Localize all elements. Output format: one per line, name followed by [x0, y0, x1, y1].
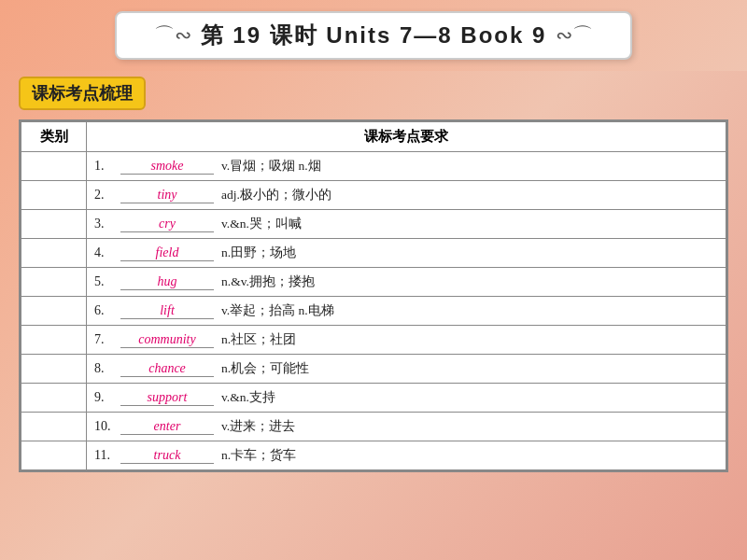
word-text: field	[152, 245, 183, 259]
table-row: 10.enterv.进来；进去	[21, 413, 726, 441]
vocab-row-inner: 7.communityn.社区；社团	[87, 326, 726, 354]
table-row: 11.truckn.卡车；货车	[21, 441, 726, 470]
word-definition: v.&n.支持	[221, 389, 275, 407]
row-number: 4.	[94, 245, 120, 260]
row-number: 10.	[94, 419, 120, 434]
vocab-row-inner: 2.tinyadj.极小的；微小的	[87, 181, 726, 209]
row-number: 8.	[94, 361, 120, 376]
vocab-row-inner: 6.liftv.举起；抬高 n.电梯	[87, 297, 726, 325]
word-blank: support	[120, 390, 214, 406]
category-cell	[21, 268, 87, 297]
table-row: 3.cryv.&n.哭；叫喊	[21, 210, 726, 239]
vocab-row-inner: 3.cryv.&n.哭；叫喊	[87, 210, 726, 238]
content-cell: 10.enterv.进来；进去	[87, 413, 726, 441]
word-text: lift	[156, 303, 178, 317]
word-blank: enter	[120, 419, 214, 435]
header: ⌒∾ 第 19 课时 Units 7—8 Book 9 ∾⌒	[0, 0, 747, 71]
category-cell	[21, 297, 87, 326]
category-cell	[21, 210, 87, 239]
table-row: 7.communityn.社区；社团	[21, 326, 726, 355]
vocab-row-inner: 8.chancen.机会；可能性	[87, 355, 726, 383]
table-row: 9.supportv.&n.支持	[21, 384, 726, 413]
header-title: 第 19 课时 Units 7—8 Book 9	[201, 21, 547, 50]
word-blank: lift	[120, 303, 214, 319]
col1-header: 类别	[21, 122, 87, 152]
section-label-wrapper: 课标考点梳理	[0, 71, 747, 119]
header-box: ⌒∾ 第 19 课时 Units 7—8 Book 9 ∾⌒	[115, 11, 633, 60]
content-cell: 8.chancen.机会；可能性	[87, 355, 726, 384]
row-number: 11.	[94, 448, 120, 463]
word-text: enter	[150, 419, 185, 433]
word-definition: n.社区；社团	[221, 331, 296, 349]
word-blank: truck	[120, 448, 214, 464]
word-text: chance	[145, 361, 190, 375]
word-definition: v.冒烟；吸烟 n.烟	[221, 158, 321, 175]
category-cell	[21, 355, 87, 384]
table-row: 5.hugn.&v.拥抱；搂抱	[21, 268, 726, 297]
content-cell: 9.supportv.&n.支持	[87, 384, 726, 413]
content-cell: 3.cryv.&n.哭；叫喊	[87, 210, 726, 239]
word-text: hug	[154, 274, 181, 288]
word-definition: n.&v.拥抱；搂抱	[221, 273, 315, 291]
table-row: 4.fieldn.田野；场地	[21, 239, 726, 268]
word-blank: hug	[120, 274, 214, 290]
table-row: 2.tinyadj.极小的；微小的	[21, 181, 726, 210]
row-number: 6.	[94, 303, 120, 318]
vocab-row-inner: 5.hugn.&v.拥抱；搂抱	[87, 268, 726, 296]
word-definition: n.卡车；货车	[221, 447, 296, 465]
word-definition: adj.极小的；微小的	[221, 187, 331, 204]
vocab-table: 类别 课标考点要求 1.smokev.冒烟；吸烟 n.烟2.tinyadj.极小…	[21, 121, 726, 470]
row-number: 2.	[94, 188, 120, 203]
vocab-row-inner: 11.truckn.卡车；货车	[87, 441, 726, 469]
word-blank: chance	[120, 361, 214, 377]
category-cell	[21, 239, 87, 268]
word-text: smoke	[148, 159, 188, 173]
content-cell: 2.tinyadj.极小的；微小的	[87, 181, 726, 210]
row-number: 5.	[94, 274, 120, 289]
word-definition: v.举起；抬高 n.电梯	[221, 302, 334, 320]
table-row: 6.liftv.举起；抬高 n.电梯	[21, 297, 726, 326]
decoration-right: ∾⌒	[556, 21, 593, 49]
category-cell	[21, 152, 87, 181]
row-number: 1.	[94, 159, 120, 174]
word-blank: field	[120, 245, 214, 261]
decoration-left: ⌒∾	[154, 21, 191, 49]
content-cell: 4.fieldn.田野；场地	[87, 239, 726, 268]
word-blank: tiny	[120, 188, 214, 203]
category-cell	[21, 181, 87, 210]
category-cell	[21, 413, 87, 441]
word-definition: v.&n.哭；叫喊	[221, 216, 302, 233]
word-text: community	[134, 332, 199, 346]
section-label: 课标考点梳理	[19, 77, 146, 110]
word-text: support	[144, 390, 191, 404]
row-number: 7.	[94, 332, 120, 347]
category-cell	[21, 326, 87, 355]
vocab-row-inner: 9.supportv.&n.支持	[87, 384, 726, 412]
vocab-row-inner: 1.smokev.冒烟；吸烟 n.烟	[87, 152, 726, 180]
word-text: tiny	[154, 188, 181, 202]
word-blank: cry	[120, 217, 214, 232]
content-cell: 1.smokev.冒烟；吸烟 n.烟	[87, 152, 726, 181]
main-table-container: 类别 课标考点要求 1.smokev.冒烟；吸烟 n.烟2.tinyadj.极小…	[19, 119, 728, 472]
word-blank: smoke	[120, 159, 214, 175]
category-cell	[21, 441, 87, 470]
category-cell	[21, 384, 87, 413]
word-definition: n.机会；可能性	[221, 360, 309, 378]
word-text: cry	[155, 217, 179, 231]
col2-header: 课标考点要求	[87, 122, 726, 152]
table-row: 8.chancen.机会；可能性	[21, 355, 726, 384]
row-number: 9.	[94, 390, 120, 405]
word-blank: community	[120, 332, 214, 348]
content-cell: 11.truckn.卡车；货车	[87, 441, 726, 470]
content-cell: 7.communityn.社区；社团	[87, 326, 726, 355]
word-definition: v.进来；进去	[221, 418, 295, 436]
content-cell: 6.liftv.举起；抬高 n.电梯	[87, 297, 726, 326]
row-number: 3.	[94, 217, 120, 231]
table-row: 1.smokev.冒烟；吸烟 n.烟	[21, 152, 726, 181]
vocab-row-inner: 4.fieldn.田野；场地	[87, 239, 726, 267]
word-text: truck	[150, 448, 185, 462]
vocab-row-inner: 10.enterv.进来；进去	[87, 413, 726, 441]
content-cell: 5.hugn.&v.拥抱；搂抱	[87, 268, 726, 297]
word-definition: n.田野；场地	[221, 245, 296, 262]
